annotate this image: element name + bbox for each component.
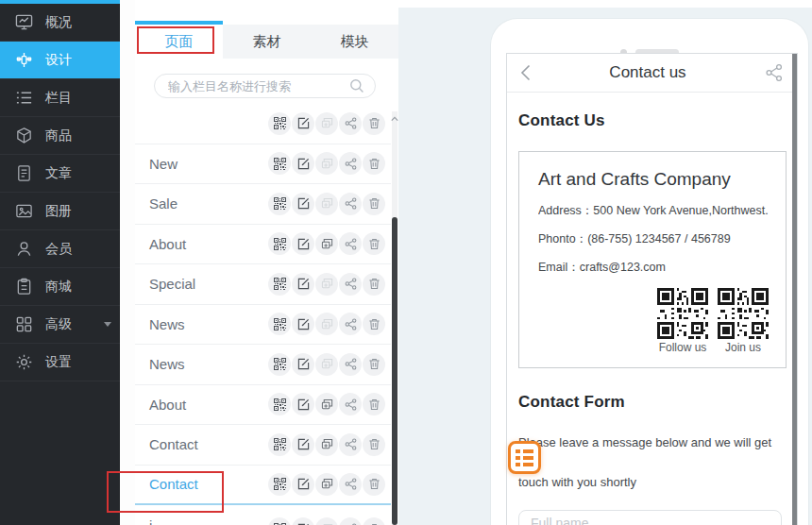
share-icon[interactable]	[339, 393, 362, 415]
delete-icon[interactable]	[363, 393, 385, 415]
edit-icon[interactable]	[292, 353, 314, 376]
qr-icon[interactable]	[268, 112, 291, 135]
edit-icon[interactable]	[292, 232, 314, 255]
site-builder-app: 概况 设计 栏目 商品 文章 图册	[0, 0, 812, 525]
panel-scrollbar-thumb[interactable]	[392, 217, 398, 525]
copy-icon[interactable]	[315, 353, 338, 376]
delete-icon[interactable]	[363, 313, 385, 335]
copy-icon[interactable]	[315, 517, 338, 525]
sidebar-item-settings[interactable]: 设置	[0, 344, 120, 381]
columns-list-icon	[15, 89, 33, 107]
qr-icon[interactable]	[268, 517, 291, 525]
sidebar-item-overview[interactable]: 概况	[0, 4, 120, 42]
tab-materials[interactable]: 素材	[223, 25, 311, 59]
page-list: New Sale	[135, 111, 391, 525]
tab-modules[interactable]: 模块	[311, 25, 398, 59]
sidebar-item-members[interactable]: 会员	[0, 230, 120, 268]
delete-icon[interactable]	[363, 193, 385, 215]
list-item-selected[interactable]: Contact	[135, 466, 391, 506]
edit-icon[interactable]	[292, 112, 314, 135]
share-icon[interactable]	[339, 433, 362, 456]
sidebar-item-mall[interactable]: 商城	[0, 268, 120, 306]
sidebar-item-label: 设计	[45, 52, 72, 69]
list-item[interactable]: New	[135, 144, 391, 185]
list-item[interactable]: Special	[135, 264, 391, 305]
share-icon[interactable]	[339, 517, 362, 525]
qr-icon[interactable]	[268, 273, 291, 296]
tab-label: 模块	[341, 33, 369, 51]
edit-icon[interactable]	[292, 433, 314, 456]
share-icon[interactable]	[339, 152, 362, 175]
search-icon[interactable]	[349, 78, 364, 93]
edit-icon[interactable]	[292, 193, 314, 215]
phone-screen: Contact us Contact Us Art and Crafts Com…	[506, 53, 798, 525]
list-item[interactable]	[135, 111, 391, 144]
delete-icon[interactable]	[363, 473, 385, 496]
list-item[interactable]: i	[135, 505, 391, 525]
share-icon[interactable]	[339, 273, 362, 296]
copy-icon[interactable]	[315, 273, 338, 296]
delete-icon[interactable]	[363, 152, 385, 175]
qr-icon[interactable]	[268, 232, 291, 255]
share-icon[interactable]	[339, 232, 362, 255]
copy-icon[interactable]	[315, 473, 338, 496]
delete-icon[interactable]	[363, 517, 385, 525]
copy-icon[interactable]	[315, 232, 338, 255]
share-icon[interactable]	[339, 313, 362, 335]
sidebar-item-albums[interactable]: 图册	[0, 193, 120, 230]
share-icon[interactable]	[339, 353, 362, 376]
delete-icon[interactable]	[363, 433, 385, 456]
qr-icon[interactable]	[268, 433, 291, 456]
tab-pages[interactable]: 页面	[135, 21, 223, 59]
qr-icon[interactable]	[268, 473, 291, 496]
qr-icon[interactable]	[268, 152, 291, 175]
share-icon[interactable]	[765, 63, 784, 82]
fullname-input[interactable]	[518, 510, 782, 525]
delete-icon[interactable]	[363, 273, 385, 296]
sidebar-item-advanced[interactable]: 高级	[0, 306, 120, 344]
panel-scrollbar	[392, 111, 398, 525]
scroll-up-icon[interactable]	[391, 115, 398, 123]
qr-icon[interactable]	[268, 193, 291, 215]
edit-icon[interactable]	[292, 313, 314, 335]
copy-icon[interactable]	[315, 193, 338, 215]
edit-icon[interactable]	[292, 152, 314, 175]
form-module-icon[interactable]	[508, 441, 541, 474]
delete-icon[interactable]	[363, 353, 385, 376]
list-item[interactable]: Sale	[135, 184, 391, 225]
qr-icon[interactable]	[268, 393, 291, 415]
edit-icon[interactable]	[292, 517, 314, 525]
search-input[interactable]	[155, 79, 349, 93]
qr-icon[interactable]	[268, 313, 291, 335]
list-item[interactable]: News	[135, 345, 391, 385]
copy-icon[interactable]	[315, 393, 338, 415]
list-item[interactable]: About	[135, 385, 391, 426]
phone-scrollbar[interactable]	[792, 54, 797, 525]
edit-icon[interactable]	[292, 273, 314, 296]
edit-icon[interactable]	[292, 393, 314, 415]
back-chevron-icon[interactable]	[520, 64, 531, 81]
contact-us-heading: Contact Us	[518, 111, 784, 130]
qr-icon[interactable]	[268, 353, 291, 376]
share-icon[interactable]	[339, 473, 362, 496]
delete-icon[interactable]	[363, 232, 385, 255]
copy-icon[interactable]	[315, 433, 338, 456]
page-name: Contact	[135, 436, 198, 452]
copy-icon[interactable]	[315, 152, 338, 175]
sidebar-item-design[interactable]: 设计	[0, 42, 120, 79]
list-item[interactable]: News	[135, 305, 391, 346]
sidebar-item-columns[interactable]: 栏目	[0, 79, 120, 117]
qr-codes: Follow us Join us	[538, 288, 769, 354]
delete-icon[interactable]	[363, 112, 385, 135]
copy-icon[interactable]	[315, 112, 338, 135]
mobile-page-title: Contact us	[531, 63, 765, 82]
share-icon[interactable]	[339, 112, 362, 135]
edit-icon[interactable]	[292, 473, 314, 496]
list-item[interactable]: About	[135, 225, 391, 265]
sidebar-item-label: 文章	[45, 165, 72, 182]
sidebar-item-articles[interactable]: 文章	[0, 155, 120, 193]
copy-icon[interactable]	[315, 313, 338, 335]
share-icon[interactable]	[339, 193, 362, 215]
list-item[interactable]: Contact	[135, 425, 391, 466]
sidebar-item-products[interactable]: 商品	[0, 117, 120, 155]
